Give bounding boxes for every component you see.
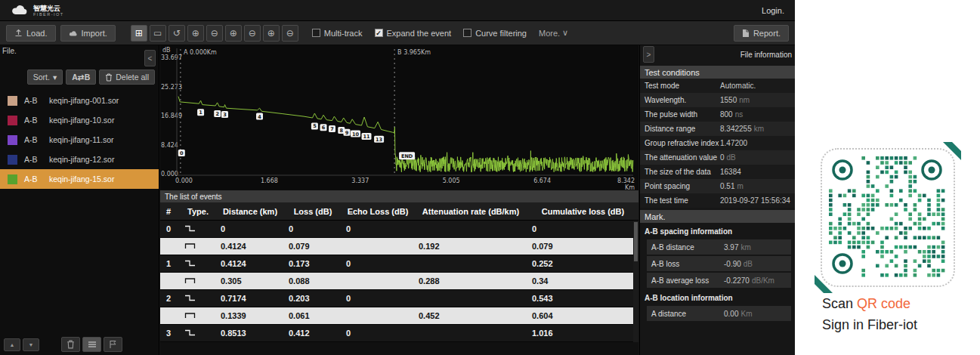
cell-value: 2 <box>160 294 180 303</box>
move-up-button[interactable]: ▲ <box>4 338 20 351</box>
section-type-icon <box>180 276 216 286</box>
otdr-trace-chart[interactable]: dB33.69725.27316.8498.4240.0000.0001.668… <box>160 45 638 190</box>
svg-text:13: 13 <box>376 137 382 143</box>
file-range-label: A-B <box>24 96 49 105</box>
event-row[interactable]: 30.85130.41201.016 <box>160 325 638 342</box>
zoom-y-in-button[interactable]: ⊕ <box>263 25 280 42</box>
info-unit: m <box>737 182 743 190</box>
cell-value: 0 <box>342 224 414 233</box>
svg-text:25.273: 25.273 <box>161 84 182 91</box>
unchecked-checkbox-icon[interactable] <box>312 29 320 37</box>
toolbar: Load. Import. ⊞▭↺⊕⊖⊕⊖⊕⊖ Multi-track✓Expa… <box>0 21 795 45</box>
reset-view-button[interactable]: ↺ <box>168 25 185 42</box>
svg-text:A 0.000Km: A 0.000Km <box>184 49 217 56</box>
svg-text:33.697: 33.697 <box>161 54 182 61</box>
login-link[interactable]: Login. <box>762 6 784 15</box>
event-row[interactable]: 0.3050.0880.2880.34 <box>160 273 638 290</box>
checkbox-multi-track[interactable]: Multi-track <box>312 29 363 38</box>
event-type-icon <box>180 294 216 304</box>
import-button[interactable]: Import. <box>60 25 116 42</box>
column-header: Attenuation rate (dB/km) <box>414 207 527 216</box>
trace-color-swatch <box>8 116 17 125</box>
sort-label: Sort. <box>33 73 50 82</box>
zoom-x-in-button[interactable]: ⊕ <box>225 25 242 42</box>
info-value: -0.2270 <box>724 276 750 285</box>
scrollbar-thumb[interactable] <box>634 222 638 261</box>
cell-value: 0.079 <box>284 242 342 251</box>
file-range-label: A-B <box>24 174 49 184</box>
trash-button[interactable] <box>61 337 80 352</box>
section-type-icon <box>180 311 216 321</box>
column-header: Distance (km) <box>216 207 284 216</box>
file-item[interactable]: A-Bkeqin-jifang-12.sor <box>0 150 159 169</box>
file-item[interactable]: A-Bkeqin-jifang-10.sor <box>0 110 159 130</box>
info-row: The size of the data16384 <box>640 165 795 179</box>
info-value: 800 <box>720 110 733 119</box>
ab-toggle-button[interactable]: A⇄B <box>66 69 96 85</box>
info-value: 0.00 <box>724 310 738 318</box>
info-unit: km <box>754 125 764 133</box>
upload-icon <box>14 29 23 37</box>
table-scrollbar[interactable] <box>633 221 638 342</box>
event-row[interactable]: 20.71740.20300.543 <box>160 290 638 307</box>
file-item[interactable]: A-Bkeqin-jifang-001.sor <box>0 91 159 110</box>
cell-value: 0 <box>342 294 414 303</box>
column-header: Echo Loss (dB) <box>342 207 414 216</box>
file-item[interactable]: A-Bkeqin-jifang-15.sor <box>0 169 159 189</box>
otdr-app: 智慧光云 FIBER-IOT Login. Load. Import. ⊞▭↺⊕… <box>0 0 795 355</box>
file-info-panel: > File information Test conditions Test … <box>639 45 795 355</box>
zoom-y-out-button[interactable]: ⊖ <box>282 25 298 42</box>
map-view-button[interactable] <box>104 337 122 352</box>
event-row[interactable]: 0.41240.0790.1920.079 <box>160 238 638 255</box>
svg-text:10: 10 <box>352 131 360 137</box>
qr-code <box>821 148 955 287</box>
cell-value: 0.252 <box>527 259 638 268</box>
more-menu[interactable]: More. ∨ <box>539 28 568 38</box>
svg-text:B 3.965Km: B 3.965Km <box>397 49 431 56</box>
main-area: dB33.69725.27316.8498.4240.0000.0001.668… <box>160 45 638 355</box>
list-view-button[interactable] <box>82 337 101 352</box>
info-expand-button[interactable]: > <box>643 46 654 63</box>
brand-name-en: FIBER-IOT <box>33 12 64 17</box>
svg-text:3.337: 3.337 <box>351 178 369 184</box>
cell-value: 0.543 <box>527 294 638 303</box>
list-icon <box>88 341 97 348</box>
pan-tool-button[interactable]: ⊞ <box>131 25 147 42</box>
file-panel-title: File. <box>2 47 17 55</box>
topbar: 智慧光云 FIBER-IOT Login. <box>0 0 795 21</box>
view-buttons <box>61 337 122 352</box>
rect-select-tool-button[interactable]: ▭ <box>150 25 166 42</box>
event-row[interactable]: 0.13390.0610.4520.604 <box>160 307 638 325</box>
file-item[interactable]: A-Bkeqin-jifang-11.sor <box>0 130 159 150</box>
svg-text:0.000: 0.000 <box>161 171 178 178</box>
sort-button[interactable]: Sort. ▾ <box>27 69 63 85</box>
load-button[interactable]: Load. <box>6 25 56 42</box>
svg-text:5: 5 <box>313 123 317 129</box>
event-row[interactable]: 10.41240.17300.252 <box>160 255 638 273</box>
report-document-icon <box>742 29 750 38</box>
svg-text:4: 4 <box>258 114 261 120</box>
info-row: A-B average loss-0.2270dB/Km <box>647 273 791 288</box>
qr-corner-ribbon-bottom-left <box>815 267 840 293</box>
checked-checkbox-icon[interactable]: ✓ <box>375 29 383 37</box>
zoom-in-button[interactable]: ⊕ <box>187 25 204 42</box>
cell-value: 0.4124 <box>216 242 284 251</box>
trace-color-swatch <box>8 135 17 145</box>
cell-value: 0.604 <box>527 311 638 320</box>
report-button[interactable]: Report. <box>734 25 789 42</box>
trace-color-swatch <box>8 96 17 106</box>
brand-name-cn: 智慧光云 <box>33 5 64 12</box>
info-row: The test time2019-09-27 15:56:34 <box>640 193 795 208</box>
cell-value: 1 <box>160 259 180 268</box>
delete-all-button[interactable]: Delete all <box>99 69 155 85</box>
move-down-button[interactable]: ▼ <box>23 338 39 351</box>
event-row[interactable]: 00000 <box>160 221 638 238</box>
zoom-x-out-button[interactable]: ⊖ <box>244 25 261 42</box>
zoom-out-button[interactable]: ⊖ <box>206 25 223 42</box>
sidebar-collapse-button[interactable]: < <box>144 50 156 66</box>
checkbox-expand-the-event[interactable]: ✓Expand the event <box>375 29 452 38</box>
unchecked-checkbox-icon[interactable] <box>463 29 471 37</box>
checkbox-curve-filtering[interactable]: Curve filtering <box>463 29 527 38</box>
info-label: Test mode <box>645 82 720 90</box>
trace-color-swatch <box>8 155 17 165</box>
